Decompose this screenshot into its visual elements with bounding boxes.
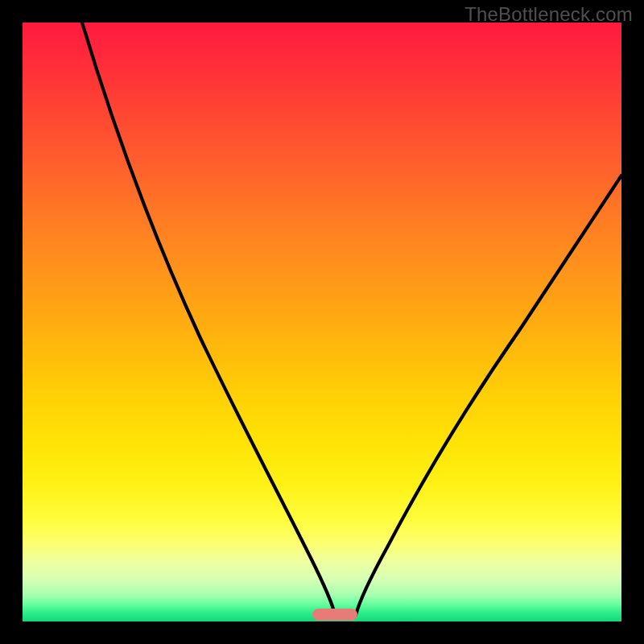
bottleneck-curve-path: [82, 23, 621, 615]
chart-frame: TheBottleneck.com: [0, 0, 644, 644]
plot-area: [23, 23, 621, 621]
optimal-point-marker: [312, 609, 357, 621]
bottleneck-curve: [23, 23, 621, 621]
